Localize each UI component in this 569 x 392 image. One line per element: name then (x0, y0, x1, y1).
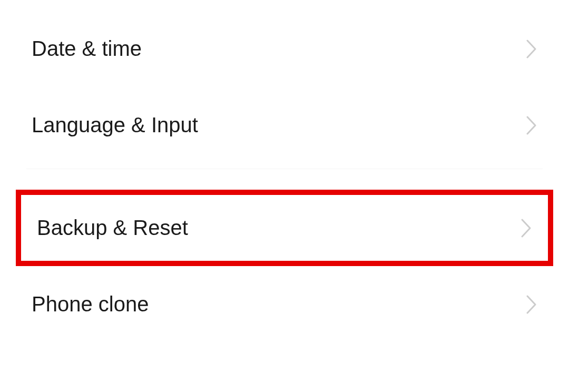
chevron-right-icon (521, 218, 532, 238)
settings-item-label: Language & Input (32, 113, 198, 137)
settings-item-date-time[interactable]: Date & time (0, 11, 569, 87)
chevron-right-icon (526, 115, 537, 135)
settings-item-backup-reset[interactable]: Backup & Reset (21, 195, 548, 261)
highlight-annotation: Backup & Reset (16, 190, 553, 266)
section-divider (26, 169, 543, 179)
settings-item-phone-clone[interactable]: Phone clone (0, 266, 569, 342)
chevron-right-icon (526, 295, 537, 315)
settings-item-label: Backup & Reset (37, 216, 188, 240)
settings-list: Date & time Language & Input Backup & Re… (0, 0, 569, 342)
settings-item-label: Date & time (32, 37, 142, 61)
chevron-right-icon (526, 39, 537, 59)
settings-item-language-input[interactable]: Language & Input (0, 87, 569, 163)
settings-item-label: Phone clone (32, 292, 149, 316)
